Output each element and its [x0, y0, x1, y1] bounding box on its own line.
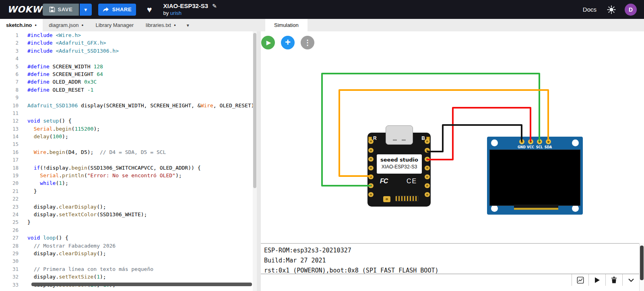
save-dropdown-button[interactable]: ▾	[80, 4, 92, 16]
code-line[interactable]: 16 Wire.begin(D4, D5); // D4 = SDA, D5 =…	[0, 148, 253, 156]
code-line[interactable]: 5#define SCREEN_WIDTH 128	[0, 63, 253, 70]
code-line[interactable]: 1#include <Wire.h>	[0, 31, 253, 39]
code-line[interactable]: 27void loop() {	[0, 234, 253, 242]
serial-scrollbar[interactable]	[639, 243, 644, 291]
code-line[interactable]: 31 // Primera línea con texto más pequeñ…	[0, 265, 253, 273]
pin-pad[interactable]	[425, 192, 430, 197]
author-link[interactable]: urish	[170, 10, 182, 16]
tab-label: Library Manager	[95, 22, 134, 28]
oled-display-module[interactable]: GNDVCCSCLSDA	[487, 137, 583, 215]
pin-pad[interactable]	[425, 183, 430, 188]
code-line[interactable]: 29 display.clearDisplay();	[0, 250, 253, 257]
save-button[interactable]: SAVE	[43, 4, 79, 16]
pin-pad[interactable]	[368, 148, 374, 153]
wokwi-logo[interactable]: WOKWI	[7, 4, 43, 14]
code-line[interactable]: 17	[0, 156, 253, 164]
oled-pin-vcc[interactable]	[528, 139, 533, 144]
code-line[interactable]: 19 Serial.println("Error: No se encontró…	[0, 172, 253, 179]
project-title: XIAO-ESP32-S3	[163, 2, 208, 10]
code-line[interactable]: 22	[0, 195, 253, 203]
docs-link[interactable]: Docs	[583, 6, 597, 13]
pin-pad[interactable]	[368, 174, 374, 179]
save-icon	[49, 6, 55, 12]
simulation-menu-button[interactable]: ⋮	[301, 36, 314, 49]
pin-pad[interactable]	[368, 157, 374, 162]
avatar[interactable]: D	[625, 4, 637, 16]
oled-pin-gnd[interactable]	[519, 139, 524, 144]
usb-pin	[402, 139, 406, 141]
pin-pad[interactable]	[368, 139, 374, 144]
tab-library-manager[interactable]: Library Manager	[89, 19, 140, 31]
serial-run-button[interactable]	[588, 274, 605, 286]
heart-icon[interactable]: ♥	[147, 5, 152, 14]
theme-toggle-button[interactable]	[607, 5, 616, 14]
clear-serial-button[interactable]	[605, 274, 622, 286]
code-line[interactable]: 3#include <Adafruit_SSD1306.h>	[0, 47, 253, 55]
pin-pad[interactable]	[425, 174, 430, 179]
scrollbar-thumb[interactable]	[640, 246, 644, 280]
code-line[interactable]: 11	[0, 109, 253, 117]
project-title-block: XIAO-ESP32-S3 ✎ by urish	[163, 2, 217, 16]
code-line[interactable]: 4	[0, 55, 253, 62]
code-line[interactable]: 26	[0, 226, 253, 234]
xiao-esp32-s3-board[interactable]: R B seeed studio XIAO-ESP32-S3 FC CE	[367, 133, 431, 207]
oled-flex-connector	[514, 205, 558, 210]
pin-pad[interactable]	[425, 148, 430, 153]
oled-pin-scl[interactable]	[537, 139, 542, 144]
pin-pad[interactable]	[425, 157, 430, 162]
line-number: 8	[0, 86, 25, 94]
line-number: 9	[0, 94, 25, 101]
edit-title-icon[interactable]: ✎	[212, 3, 217, 10]
panel-splitter[interactable]	[257, 31, 261, 291]
chevron-down-icon: ▾	[85, 7, 87, 12]
code-line[interactable]: 12void setup() {	[0, 117, 253, 125]
tab-libraries-txt[interactable]: libraries.txt●	[140, 19, 182, 31]
code-line[interactable]: 13 Serial.begin(115200);	[0, 125, 253, 133]
tab-label: diagram.json	[49, 22, 78, 28]
play-button[interactable]: ▶	[261, 36, 275, 49]
editor-horizontal-scrollbar[interactable]	[31, 283, 252, 286]
plot-button[interactable]	[572, 274, 588, 286]
code-line[interactable]: 21 }	[0, 187, 253, 195]
share-button[interactable]: SHARE	[98, 4, 136, 16]
code-line[interactable]: 8#define OLED_RESET -1	[0, 86, 253, 94]
editor-vertical-scrollbar[interactable]	[253, 31, 257, 291]
line-number: 13	[0, 125, 25, 133]
tab-diagram-json[interactable]: diagram.json●	[43, 19, 89, 31]
code-line[interactable]: 10Adafruit_SSD1306 display(SCREEN_WIDTH,…	[0, 102, 253, 109]
oled-pin-sda[interactable]	[546, 139, 551, 144]
code-line[interactable]: 9	[0, 94, 253, 101]
code-editor[interactable]: 1#include <Wire.h>2#include <Adafruit_GF…	[0, 31, 253, 291]
code-line[interactable]: 2#include <Adafruit_GFX.h>	[0, 39, 253, 47]
pin-pad[interactable]	[368, 192, 374, 197]
pin-pad[interactable]	[425, 139, 430, 144]
simulation-canvas[interactable]: ▶ + ⋮ R B seeed studio XIAO-ESP32-S3 FC …	[261, 31, 644, 243]
line-number: 18	[0, 164, 25, 172]
code-line[interactable]: 15	[0, 140, 253, 148]
pin-pad[interactable]	[368, 183, 374, 188]
code-line[interactable]: 7#define OLED_ADDR 0x3C	[0, 78, 253, 86]
line-number: 7	[0, 78, 25, 86]
tab-simulation[interactable]: Simulation	[265, 19, 308, 31]
tab-sketch-ino[interactable]: sketch.ino●	[0, 19, 43, 31]
code-line[interactable]: 28 // Mostrar Fabacademy 2026	[0, 242, 253, 250]
serial-monitor[interactable]: ESP-ROM:esp32s3-20210327Build:Mar 27 202…	[261, 243, 644, 274]
code-line[interactable]: 14 delay(100);	[0, 133, 253, 140]
board-label: seeed studio XIAO-ESP32-S3	[377, 154, 422, 174]
collapse-serial-button[interactable]	[622, 274, 639, 286]
add-part-button[interactable]: +	[281, 36, 295, 49]
line-number: 22	[0, 195, 25, 203]
code-line[interactable]: 6#define SCREEN_HEIGHT 64	[0, 70, 253, 78]
tab-label: sketch.ino	[6, 22, 32, 28]
code-line[interactable]: 25}	[0, 218, 253, 226]
pin-pad[interactable]	[425, 166, 430, 170]
code-line[interactable]: 32 display.setTextSize(1);	[0, 273, 253, 281]
tabs-overflow-caret[interactable]: ▾	[182, 19, 194, 31]
scrollbar-thumb[interactable]	[253, 33, 256, 188]
code-line[interactable]: 20 while(1);	[0, 179, 253, 187]
code-line[interactable]: 23 display.clearDisplay();	[0, 203, 253, 211]
pin-pad[interactable]	[368, 166, 374, 170]
code-line[interactable]: 24 display.setTextColor(SSD1306_WHITE);	[0, 211, 253, 218]
code-line[interactable]: 30	[0, 257, 253, 265]
code-line[interactable]: 18 if(!display.begin(SSD1306_SWITCHCAPVC…	[0, 164, 253, 172]
